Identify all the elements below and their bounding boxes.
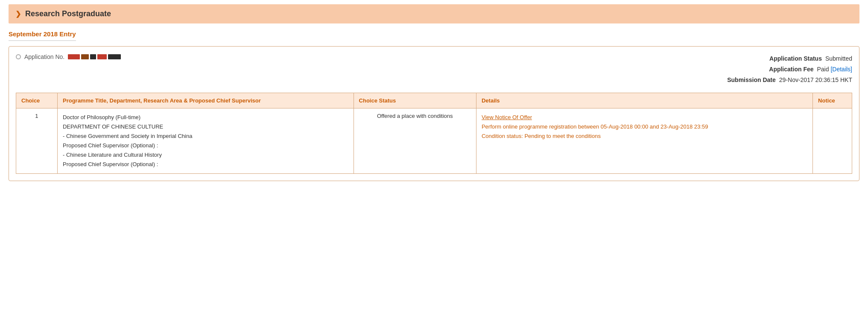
fee-value-text: Paid xyxy=(817,66,829,73)
app-info-row: Application No. Application Status Submi… xyxy=(16,53,852,86)
choices-table: Choice Programme Title, Department, Rese… xyxy=(16,93,852,174)
redact-5 xyxy=(108,54,121,59)
app-fee-label: Application Fee xyxy=(769,64,813,75)
condition-status: Condition status: Pending to meet the co… xyxy=(482,133,601,139)
view-notice-link[interactable]: View Notice Of Offer xyxy=(482,114,532,120)
col-header-programme: Programme Title, Department, Research Ar… xyxy=(57,93,354,108)
table-row: 1 Doctor of Philosophy (Full-time) DEPAR… xyxy=(16,108,852,174)
section-header: ❯ Research Postgraduate xyxy=(9,4,859,23)
app-number-label: Application No. xyxy=(24,53,64,60)
col-header-details: Details xyxy=(476,93,812,108)
redact-4 xyxy=(97,54,107,59)
application-number-section: Application No. xyxy=(16,53,121,60)
status-circle-icon xyxy=(16,54,21,59)
cell-choice-number: 1 xyxy=(16,108,58,174)
submission-row: Submission Date 29-Nov-2017 20:36:15 HKT xyxy=(727,75,852,85)
cell-choice-status: Offered a place with conditions xyxy=(354,108,476,174)
submission-label: Submission Date xyxy=(727,75,776,85)
col-header-status: Choice Status xyxy=(354,93,476,108)
registration-detail: Perform online programme registration be… xyxy=(482,123,708,130)
fee-details-link[interactable]: [Details] xyxy=(830,66,852,73)
app-status-label: Application Status xyxy=(769,53,822,64)
submission-value: 29-Nov-2017 20:36:15 HKT xyxy=(779,75,852,85)
redact-1 xyxy=(68,54,80,59)
table-head: Choice Programme Title, Department, Rese… xyxy=(16,93,852,108)
application-card: Application No. Application Status Submi… xyxy=(9,46,859,181)
section-title: Research Postgraduate xyxy=(25,9,111,18)
redact-2 xyxy=(81,54,89,59)
cell-programme: Doctor of Philosophy (Full-time) DEPARTM… xyxy=(57,108,354,174)
redact-3 xyxy=(90,54,96,59)
app-fee-value: Paid [Details] xyxy=(817,64,853,75)
table-body: 1 Doctor of Philosophy (Full-time) DEPAR… xyxy=(16,108,852,174)
app-status-section: Application Status Submitted Application… xyxy=(727,53,852,86)
entry-heading: September 2018 Entry xyxy=(9,30,76,41)
fee-row: Application Fee Paid [Details] xyxy=(727,64,852,75)
chevron-icon: ❯ xyxy=(15,10,21,18)
cell-details: View Notice Of Offer Perform online prog… xyxy=(476,108,812,174)
page-wrapper: ❯ Research Postgraduate September 2018 E… xyxy=(0,0,868,190)
app-number-redacted xyxy=(68,54,121,59)
status-row: Application Status Submitted xyxy=(727,53,852,64)
col-header-choice: Choice xyxy=(16,93,58,108)
app-status-value: Submitted xyxy=(825,53,852,64)
cell-notice xyxy=(813,108,852,174)
table-header-row: Choice Programme Title, Department, Rese… xyxy=(16,93,852,108)
col-header-notice: Notice xyxy=(813,93,852,108)
